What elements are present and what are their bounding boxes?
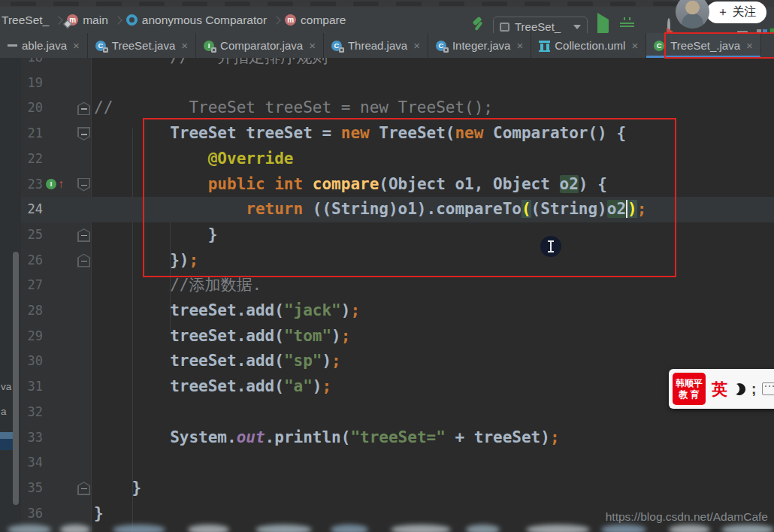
code-line: 33 System.out.println("treeSet=" + treeS… (0, 425, 774, 451)
code-line: 31 treeSet.add("a"); (0, 374, 774, 400)
breadcrumb-item-main[interactable]: mmain (67, 14, 108, 27)
class-icon: C (436, 40, 448, 52)
tab-treeset-java[interactable]: CTreeSet.java× (88, 33, 196, 58)
truncated-filename: a (1, 406, 7, 417)
code-annotation-box (143, 118, 676, 277)
tab-collection-uml[interactable]: Collection.uml× (531, 33, 646, 58)
code-line: 29 treeSet.add("tom"); (0, 324, 774, 349)
tab-able-java[interactable]: able.java× (0, 33, 88, 58)
anonymous-class-icon (126, 14, 138, 26)
fold-icon[interactable] (77, 127, 90, 141)
breadcrumb-label: anonymous Comparator (142, 14, 267, 27)
profiler-button[interactable] (667, 20, 670, 33)
tab-comparator-java[interactable]: IComparator.java× (196, 33, 324, 58)
breadcrumb: TreeSet_mmainanonymous Comparatormcompar… (2, 7, 346, 33)
breadcrumb-label: compare (301, 14, 346, 27)
fold-icon[interactable] (77, 228, 90, 242)
code-text[interactable]: System.out.println("treeSet=" + treeSet)… (94, 425, 560, 451)
class-icon: C (95, 40, 107, 52)
code-line: 30 treeSet.add("sp"); (0, 349, 774, 374)
tab-label: Collection.uml (555, 39, 625, 52)
moon-icon[interactable] (731, 381, 747, 397)
follow-button[interactable]: ＋ 关注 (706, 2, 766, 23)
close-icon[interactable]: × (73, 39, 80, 52)
interface-icon: I (204, 40, 216, 52)
close-icon[interactable]: × (309, 39, 316, 52)
code-text[interactable]: // 并指定排序规则 (94, 58, 328, 71)
code-line: 28 treeSet.add("jack"); (0, 298, 774, 324)
ide-window: TreeSet_mmainanonymous Comparatormcompar… (0, 0, 774, 532)
breadcrumb-item-treeset-[interactable]: TreeSet_ (2, 14, 49, 27)
code-line: 35 } (0, 476, 774, 501)
tab-label: Comparator.java (220, 39, 303, 52)
implements-icon[interactable]: I (46, 179, 56, 189)
tab-annotation-box (664, 32, 774, 59)
tab-label: able.java (22, 39, 67, 52)
method-icon: m (285, 14, 296, 26)
breadcrumb-item-anonymous-comparator[interactable]: anonymous Comparator (126, 14, 267, 27)
breadcrumb-label: main (83, 14, 108, 27)
tab-thread-java[interactable]: CThread.java× (324, 33, 428, 58)
close-icon[interactable]: × (181, 39, 188, 52)
ime-language-indicator[interactable]: 英 (712, 379, 727, 400)
code-line: 32 (0, 400, 774, 425)
ime-separator: ; (751, 381, 756, 397)
close-icon[interactable]: × (516, 39, 523, 52)
fold-icon[interactable] (77, 254, 90, 268)
close-icon[interactable]: × (631, 39, 638, 52)
hanshunping-logo: 韩顺平 教 育 (673, 373, 706, 405)
cropped-browser-strip (0, 0, 774, 7)
run-button[interactable] (597, 20, 609, 33)
code-text[interactable]: treeSet.add("jack"); (94, 298, 360, 324)
logo-line2: 教 育 (679, 389, 699, 401)
code-line: 34 (0, 450, 774, 476)
build-hammer-button[interactable] (472, 17, 485, 32)
chevron-right-icon (272, 16, 280, 24)
tab-label: Integer.java (452, 39, 511, 52)
mouse-text-cursor (540, 236, 561, 257)
fold-icon[interactable] (77, 101, 90, 115)
code-text[interactable]: treeSet.add("a"); (94, 374, 331, 400)
class-icon: C (331, 40, 343, 52)
follow-label: ＋ 关注 (717, 5, 756, 20)
breadcrumb-label: TreeSet_ (2, 14, 49, 27)
code-line: 19 (0, 71, 774, 96)
fold-icon[interactable] (77, 178, 90, 192)
override-arrow-icon[interactable]: ↑ (58, 178, 64, 190)
code-text[interactable]: treeSet.add("sp"); (94, 349, 341, 374)
truncated-filename: va (1, 381, 11, 392)
method-icon: m (67, 14, 78, 26)
entry-point-icon (64, 20, 72, 28)
project-scrollbar[interactable] (13, 252, 19, 505)
input-method-widget[interactable]: 韩顺平 教 育 英 ; (669, 369, 774, 409)
selected-project-item[interactable] (0, 432, 14, 450)
watermark-url: https://blog.csdn.net/AdamCafe (606, 510, 768, 524)
chevron-right-icon (55, 16, 63, 24)
keyboard-icon[interactable] (762, 382, 774, 395)
chevron-right-icon (113, 16, 122, 24)
code-text[interactable]: treeSet.add("tom"); (94, 324, 350, 349)
uml-diagram-icon (539, 41, 550, 51)
close-icon[interactable]: × (413, 39, 420, 52)
tab-label: TreeSet.java (112, 39, 176, 52)
navigation-bar: TreeSet_mmainanonymous Comparatormcompar… (0, 7, 774, 34)
run-configuration-label: TreeSet_ (515, 20, 561, 33)
tab-integer-java[interactable]: CInteger.java× (428, 33, 531, 58)
chevron-down-icon (573, 25, 581, 29)
fold-icon[interactable] (77, 482, 90, 495)
profiler-clock-icon (667, 18, 670, 34)
code-line: 18 // 并指定排序规则 (0, 58, 774, 71)
breadcrumb-item-compare[interactable]: mcompare (285, 14, 346, 27)
dash-icon (8, 44, 17, 47)
tab-label: Thread.java (348, 39, 407, 52)
logo-line1: 韩顺平 (676, 378, 703, 389)
app-icon (500, 23, 509, 32)
code-text[interactable]: } (94, 476, 141, 501)
editor-tab-bar: able.java×CTreeSet.java×IComparator.java… (0, 33, 774, 59)
gutter-marks: I↑ (46, 172, 64, 198)
